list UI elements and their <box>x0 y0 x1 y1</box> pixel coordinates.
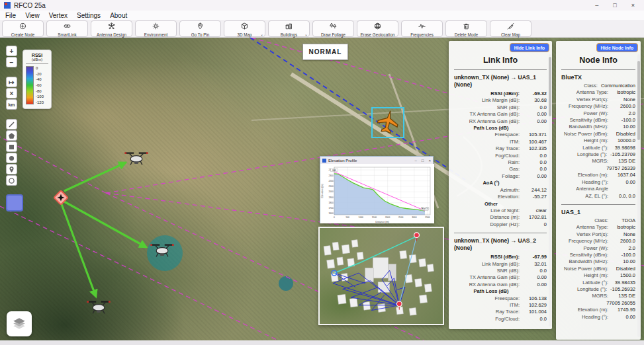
erase-geolocation-button[interactable]: Erase Geolocation <box>357 20 398 37</box>
info-row: Height (m): 10000.0 <box>561 137 635 144</box>
menu-about[interactable]: About <box>110 12 127 19</box>
svg-text:1900: 1900 <box>328 196 334 199</box>
chevron-down-icon[interactable]: ⌄ <box>304 32 308 36</box>
hide-link-info-button[interactable]: Hide Link Info <box>510 43 549 52</box>
zoom-in-button[interactable]: + <box>6 46 17 56</box>
antenna-design-button[interactable]: Antenna Design <box>91 20 132 37</box>
color-swatch-button[interactable] <box>6 194 23 211</box>
draw-polygon-button[interactable] <box>6 130 17 141</box>
environment-button[interactable]: Environment <box>135 20 177 37</box>
zoom-out-button[interactable]: − <box>6 57 17 67</box>
info-row-value: None <box>612 96 635 103</box>
go-to-pin-button[interactable]: Go To Pin <box>179 20 221 37</box>
elevation-window-titlebar[interactable]: Elevation Profile – □ × <box>320 157 433 164</box>
info-row-value: 0.00 <box>523 118 547 125</box>
draw-marker-button[interactable] <box>6 164 17 174</box>
info-row: Link Margin (dB): 30.68 <box>454 97 547 104</box>
info-row-label: Bandwidth (MHz): <box>561 258 608 265</box>
aircraft-marker[interactable] <box>371 107 404 138</box>
info-row-label: Class: <box>561 83 598 89</box>
drone-marker-3[interactable] <box>87 301 110 313</box>
info-row: Sensitivity (dBm): -100.0 <box>561 252 635 258</box>
info-row-label: Link Margin (dB): <box>454 97 520 104</box>
info-row: Distance (m): 1702.81 <box>454 214 547 221</box>
close-button[interactable]: × <box>428 159 431 163</box>
info-row-label: Freespace: <box>454 132 520 138</box>
info-row: Elevation (m): 1745.95 <box>561 307 635 313</box>
node-name: BlueTX <box>561 74 635 81</box>
units-button[interactable]: km <box>6 99 17 110</box>
info-row: Path Loss (dB) <box>454 288 547 295</box>
info-row: Elevation (m): 1637.04 <box>561 172 635 178</box>
chevron-down-icon[interactable]: ⌄ <box>260 32 263 36</box>
buildings-button[interactable]: Buildings ⌄ <box>268 20 310 37</box>
title-bar: RFCO 25a – □ × <box>0 0 644 11</box>
info-row: Fog/Cloud: 0.0 <box>454 153 547 159</box>
info-row: Longitude (°): -105.23709 <box>561 151 635 158</box>
create-node-button[interactable]: Create Node <box>2 20 44 37</box>
info-row-value: 0.0 <box>523 104 547 111</box>
frequencies-button[interactable]: Frequencies <box>401 20 443 37</box>
node-panel-scrollbar[interactable] <box>637 54 640 337</box>
clear-map-button[interactable]: Clear Map <box>490 20 531 37</box>
map-pin-icon <box>197 20 204 32</box>
draw-rectangle-button[interactable] <box>6 141 17 152</box>
info-row-label: Other <box>484 201 498 208</box>
trees-icon <box>330 20 337 32</box>
node-rows: Class: TDOA Antenna Type: Isotropic Vert… <box>561 217 635 321</box>
info-row-label: Freespace: <box>454 295 520 302</box>
basemap-layers-button[interactable] <box>7 311 32 336</box>
menu-view[interactable]: View <box>25 12 40 19</box>
square-icon <box>8 143 15 151</box>
maximize-button[interactable]: □ <box>422 159 424 163</box>
minimize-button[interactable]: – <box>595 2 598 9</box>
info-row-label: Line of Sight: <box>454 208 520 214</box>
info-row-value: 39.98435 <box>612 280 635 286</box>
info-row-label: TX Antenna Gain (dB): <box>454 111 520 118</box>
info-row: Frequency (MHz): 2600.0 <box>561 238 635 245</box>
info-row: Vertex Port(s): None <box>561 231 635 238</box>
draw-circlemarker-button[interactable] <box>6 175 17 186</box>
info-row: Latitude (°): 39.98698 <box>561 145 635 151</box>
info-row-label: Foliage: <box>454 173 520 180</box>
menu-file[interactable]: File <box>5 12 16 19</box>
info-row-value: 13S DE <box>612 158 635 165</box>
hide-node-info-button[interactable]: Hide Node Info <box>596 43 638 52</box>
measure-button[interactable]: ↦ <box>6 77 17 87</box>
draw-foliage-button[interactable]: Draw Foliage <box>312 20 354 37</box>
info-row-label: Longitude (°): <box>561 286 607 293</box>
maximize-button[interactable]: □ <box>613 2 616 9</box>
info-row-value: 1702.81 <box>523 214 547 221</box>
info-row-label: SNR (dB): <box>454 104 520 111</box>
menu-settings[interactable]: Settings <box>77 12 101 19</box>
minimize-button[interactable]: – <box>415 159 417 163</box>
cube-icon <box>241 20 248 32</box>
info-row-value: -100.0 <box>612 117 635 124</box>
info-row: Heading (°): 0.00 <box>561 314 635 321</box>
layers-icon <box>11 316 27 332</box>
chart-window-icon <box>322 159 326 163</box>
close-button[interactable]: × <box>631 2 635 9</box>
info-row-label: Link Margin (dB): <box>454 261 520 268</box>
raytrace-3d-view[interactable] <box>318 227 444 325</box>
smartlink-button[interactable]: SmartLink <box>46 20 88 37</box>
link-panel-scrollbar[interactable] <box>549 54 551 326</box>
svg-text:2500: 2500 <box>398 216 404 219</box>
drone-marker-1[interactable] <box>124 152 148 165</box>
node-name: UAS_1 <box>561 209 635 215</box>
info-row-value: 0 <box>523 221 547 228</box>
delete-mode-button[interactable]: Delete Mode <box>445 20 487 37</box>
draw-circle-button[interactable] <box>6 153 17 163</box>
elevation-profile-window[interactable]: Elevation Profile – □ × 0500100015002000… <box>320 156 434 223</box>
window-title: RFCO 25a <box>14 2 46 9</box>
info-row-label: Rain: <box>454 159 520 166</box>
link-info-panel: Hide Link Info Link Info unknown_TX (Non… <box>449 41 552 329</box>
menu-vertex[interactable]: Vertex <box>49 12 68 19</box>
link-section-2: unknown_TX (None) → UAS_2 (None) RSSI (d… <box>454 237 547 323</box>
measure-cancel-button[interactable]: × <box>6 88 17 98</box>
draw-line-button[interactable] <box>6 119 17 130</box>
map-3d-button[interactable]: 3D Map ⌄ <box>224 20 265 37</box>
info-row-value: 2600.0 <box>612 103 635 110</box>
svg-text:2100: 2100 <box>328 185 334 188</box>
info-row-value: -55.27 <box>523 194 547 200</box>
